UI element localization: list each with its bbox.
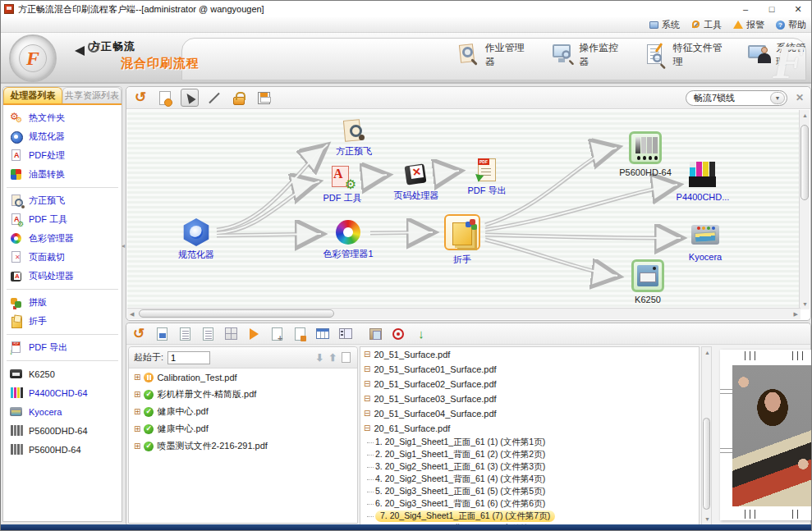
tree-collapse-icon[interactable] xyxy=(364,350,370,359)
job-manager-button[interactable]: 作业管理器 xyxy=(456,41,530,69)
page-row-selected[interactable]: 7. 20_Sig4_Sheet1_正面_61 (7) (文件第7页) xyxy=(360,510,699,522)
package-button[interactable] xyxy=(368,327,383,341)
node-normalizer[interactable]: 规范化器 xyxy=(182,218,210,246)
tree-expand-icon[interactable] xyxy=(134,425,140,433)
minimize-button[interactable]: – xyxy=(732,1,759,17)
scroll-up-icon[interactable]: ▲ xyxy=(802,112,808,118)
tree-expand-icon[interactable] xyxy=(134,408,140,416)
maximize-button[interactable]: □ xyxy=(759,1,785,17)
move-down-icon[interactable]: ⬇ xyxy=(315,352,323,364)
tree-collapse-icon[interactable] xyxy=(364,424,370,433)
job-row[interactable]: 彩机样册文件-精简版.pdf xyxy=(129,386,357,403)
scroll-up-icon[interactable]: ▲ xyxy=(704,350,710,355)
node-preflight[interactable]: 方正预飞 xyxy=(343,119,365,142)
tree-collapse-icon[interactable] xyxy=(364,365,370,373)
move-up-icon[interactable]: ⬆ xyxy=(328,352,337,364)
flow-selector-combobox[interactable]: 畅流7锁线 ▼ xyxy=(686,90,787,106)
job-row[interactable]: 健康中心.pdf xyxy=(129,420,357,437)
sidebar-item-kyocera[interactable]: Kyocera xyxy=(3,402,122,421)
sidebar-item-p4400chd[interactable]: P4400CHD-64 xyxy=(3,383,122,402)
save-button[interactable] xyxy=(255,89,273,107)
surface-row[interactable]: 20_51_Surface01_Surface.pdf xyxy=(360,362,699,377)
lock-button[interactable] xyxy=(230,89,248,107)
tree-expand-icon[interactable] xyxy=(134,391,140,399)
profile-file-manager-button[interactable]: 特征文件管理 xyxy=(645,41,726,69)
run-button[interactable] xyxy=(246,327,261,341)
tree-collapse-icon[interactable] xyxy=(364,395,370,403)
page-row[interactable]: 4. 20_Sig2_Sheet1_背面_61 (4) (文件第4页) xyxy=(360,473,699,485)
sidebar-item-imposition[interactable]: 拼版 xyxy=(3,293,122,312)
canvas-horizontal-scrollbar[interactable]: ◀ ▶ xyxy=(127,308,801,319)
chevron-down-icon[interactable]: ▼ xyxy=(770,92,785,104)
download-button[interactable]: ↓ xyxy=(414,327,429,341)
doc-text-button[interactable] xyxy=(177,327,192,341)
surface-row[interactable]: 20_61_Surface.pdf xyxy=(360,421,699,436)
tab-processor-list[interactable]: 处理器列表 xyxy=(3,87,62,103)
table-view-button[interactable] xyxy=(315,327,330,341)
sidebar-item-p5600dhd[interactable]: P5600DHD-64 xyxy=(3,421,122,440)
line-tool-button[interactable] xyxy=(205,89,223,107)
undo-button[interactable]: ↺ xyxy=(131,89,149,107)
scroll-left-icon[interactable]: ◀ xyxy=(130,311,134,318)
sidebar-item-page-number[interactable]: 页码处理器 xyxy=(3,267,122,286)
scroll-down-icon[interactable]: ▼ xyxy=(802,301,808,307)
canvas-vertical-scrollbar[interactable]: ▲ ▼ xyxy=(799,110,810,309)
node-pdf-export[interactable]: PDF PDF 导出 xyxy=(475,158,498,182)
new-flow-button[interactable] xyxy=(156,89,174,107)
node-p5600hd[interactable]: P5600HD-64 xyxy=(629,131,662,164)
surface-row[interactable]: 20_51_Surface04_Surface.pdf xyxy=(360,406,699,421)
stamp-page-button[interactable] xyxy=(292,327,307,341)
imposition-preview[interactable] xyxy=(720,350,812,520)
refresh-button[interactable]: ↺ xyxy=(131,327,146,341)
job-row-calibration[interactable]: Calibration_Test.pdf xyxy=(129,368,357,386)
tree-collapse-icon[interactable] xyxy=(364,410,370,418)
record-button[interactable] xyxy=(391,327,406,341)
tree-collapse-icon[interactable] xyxy=(364,380,370,388)
menu-alarm[interactable]: 报警 xyxy=(733,19,764,31)
sidebar-item-pdf-tool[interactable]: PDF 工具 xyxy=(3,210,122,229)
node-p4400chd[interactable]: P4400CHD... xyxy=(689,162,717,188)
sidebar-item-k6250[interactable]: K6250 xyxy=(3,364,122,383)
sidebar-item-hotfolder[interactable]: 热文件夹 xyxy=(3,108,122,127)
page-row[interactable]: 5. 20_Sig3_Sheet1_正面_61 (5) (文件第5页) xyxy=(360,485,699,497)
tree-expand-icon[interactable] xyxy=(134,442,140,451)
node-page-number[interactable]: 页码处理器 xyxy=(404,163,429,187)
sidebar-item-p5600hd[interactable]: P5600HD-64 xyxy=(3,440,122,459)
sidebar-item-color-manager[interactable]: 色彩管理器 xyxy=(3,229,122,248)
scroll-down-icon[interactable]: ▼ xyxy=(704,516,710,522)
workflow-canvas[interactable]: 方正预飞 A PDF 工具 页码处理器 PDF PDF 导出 规范化器 色彩管理… xyxy=(127,110,801,309)
job-row[interactable]: 喷墨测试文件2-216-291.pdf xyxy=(129,437,357,455)
scrollbar-thumb[interactable] xyxy=(703,418,710,510)
sidebar-item-pdf-export[interactable]: PDF 导出 xyxy=(3,338,122,357)
node-k6250[interactable]: K6250 xyxy=(631,259,664,292)
surface-row[interactable]: 20_51_Surface03_Surface.pdf xyxy=(360,391,699,406)
sidebar-item-preflight[interactable]: 方正预飞 xyxy=(3,191,122,210)
scrollbar-thumb[interactable] xyxy=(139,309,334,318)
pointer-tool-button[interactable] xyxy=(181,89,199,107)
node-folding-selected[interactable]: 折手 xyxy=(444,214,480,250)
surface-row[interactable]: 20_51_Surface02_Surface.pdf xyxy=(360,377,699,391)
job-row[interactable]: 健康中心.pdf xyxy=(129,403,357,420)
flow-close-button[interactable]: ✕ xyxy=(796,92,804,103)
scrollbar-thumb[interactable] xyxy=(801,125,809,200)
close-button[interactable]: ✕ xyxy=(785,1,811,17)
menu-help[interactable]: ?帮助 xyxy=(776,19,806,31)
sidebar-item-normalizer[interactable]: 规范化器 xyxy=(3,127,122,146)
panel-layout-button[interactable] xyxy=(338,327,353,341)
grid-view-button[interactable] xyxy=(223,327,238,341)
node-pdf-tool[interactable]: A PDF 工具 xyxy=(330,165,355,190)
tree-expand-icon[interactable] xyxy=(134,373,140,382)
page-row[interactable]: 2. 20_Sig1_Sheet1_背面_61 (2) (文件第2页) xyxy=(360,448,699,460)
tab-shared-resource-list[interactable]: 共享资源列表 xyxy=(62,87,122,103)
start-at-input[interactable] xyxy=(167,351,210,364)
sidebar-item-ink-convert[interactable]: 油墨转换 xyxy=(3,165,122,184)
add-page-button[interactable] xyxy=(269,327,284,341)
sidebar-item-folding[interactable]: 折手 xyxy=(3,312,122,331)
page-row[interactable]: 6. 20_Sig3_Sheet1_背面_61 (6) (文件第6页) xyxy=(360,497,699,510)
surface-list-scrollbar[interactable]: ▲ ▼ xyxy=(701,346,712,525)
menu-system[interactable]: 系统 xyxy=(649,19,680,31)
page-icon[interactable] xyxy=(342,352,351,363)
node-color-manager[interactable]: 色彩管理器1 xyxy=(336,220,360,245)
node-kyocera[interactable]: Kyocera xyxy=(690,222,720,249)
sidebar-item-pdf-process[interactable]: PDF处理 xyxy=(3,146,122,165)
